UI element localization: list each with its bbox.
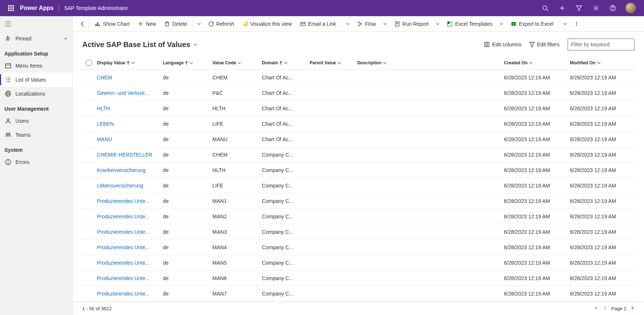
next-page-button[interactable] xyxy=(630,306,634,311)
table-row[interactable]: Produzierendes Unte... de MAN1 Company C… xyxy=(81,193,636,209)
cmd-label: Flow xyxy=(365,21,376,27)
export-excel-button[interactable]: X Export to Excel xyxy=(507,16,557,32)
visualize-button[interactable]: Visualize this view xyxy=(239,16,296,32)
col-description[interactable]: Description xyxy=(357,60,504,65)
excel-templates-button[interactable]: Excel Templates xyxy=(443,16,496,32)
record-link[interactable]: Produzierendes Unte... xyxy=(97,229,149,235)
col-domain[interactable]: Domain xyxy=(262,60,310,65)
show-chart-button[interactable]: Show Chart xyxy=(91,16,133,32)
add-icon[interactable] xyxy=(554,0,571,16)
table-row[interactable]: HLTH de HLTH Chart Of Ac... 6/28/2023 12… xyxy=(81,101,636,116)
cell-modified-on: 6/28/2023 12:19 AM xyxy=(570,214,636,219)
table-row[interactable]: Produzierendes Unte... de MAN4 Company C… xyxy=(81,240,636,255)
cell-domain: Company C... xyxy=(262,244,310,250)
table-row[interactable]: MANU de MANU Chart Of Ac... 6/28/2023 12… xyxy=(81,132,636,147)
record-link[interactable]: Produzierendes Unte... xyxy=(97,275,149,281)
edit-filters-button[interactable]: Edit filters xyxy=(525,39,563,50)
record-link[interactable]: LEBEN xyxy=(97,121,114,127)
cell-created-on: 6/28/2023 12:19 AM xyxy=(504,75,570,80)
record-link[interactable]: CHEMIE-HERSTELLER xyxy=(97,152,152,158)
sort-up-icon xyxy=(127,61,130,65)
refresh-button[interactable]: Refresh xyxy=(205,16,238,32)
col-display-value[interactable]: Display Value xyxy=(97,60,163,65)
record-link[interactable]: Lebensversicherung xyxy=(97,183,143,189)
first-page-button[interactable] xyxy=(595,306,600,311)
table-row[interactable]: LEBEN de LIFE Chart Of Ac... 6/28/2023 1… xyxy=(81,116,636,132)
record-link[interactable]: Produzierendes Unte... xyxy=(97,244,149,250)
email-dropdown[interactable] xyxy=(343,22,352,26)
cell-domain: Company C... xyxy=(262,229,310,235)
table-row[interactable]: Produzierendes Unte... de MAN5 Company C… xyxy=(81,255,636,271)
nav-menu-items[interactable]: Menu Items xyxy=(0,59,72,73)
cell-domain: Company C... xyxy=(262,167,310,173)
col-value-code[interactable]: Value Code xyxy=(213,60,262,65)
filter-input[interactable] xyxy=(568,39,634,50)
select-all[interactable] xyxy=(81,60,97,66)
new-button[interactable]: New xyxy=(134,16,160,32)
delete-dropdown[interactable] xyxy=(194,22,204,26)
table-row[interactable]: Lebensversicherung de LIFE Company C... … xyxy=(81,178,636,193)
export-dropdown[interactable] xyxy=(560,22,570,26)
cell-display-value: Produzierendes Unte... xyxy=(97,198,163,204)
nav-pinned[interactable]: Pinned xyxy=(0,32,72,46)
record-link[interactable]: Produzierendes Unte... xyxy=(97,198,149,204)
search-icon[interactable] xyxy=(537,0,554,16)
cell-modified-on: 6/28/2023 12:19 AM xyxy=(570,229,636,235)
excel-templates-dropdown[interactable] xyxy=(497,22,506,26)
more-commands-button[interactable] xyxy=(571,21,582,26)
hamburger-icon[interactable] xyxy=(0,16,72,32)
record-link[interactable]: MANU xyxy=(97,136,112,142)
table-row[interactable]: Produzierendes Unte... de MAN6 Company C… xyxy=(81,271,636,286)
flow-button[interactable]: Flow xyxy=(353,16,380,32)
record-link[interactable]: Krankenversicherung xyxy=(97,167,145,173)
filter-icon[interactable] xyxy=(571,0,587,16)
cell-modified-on: 6/28/2023 12:19 AM xyxy=(570,244,636,250)
svg-rect-3 xyxy=(8,7,10,9)
back-button[interactable] xyxy=(76,16,89,32)
cell-created-on: 6/28/2023 12:19 AM xyxy=(504,136,570,142)
top-header: Power Apps SAP Template Administrator xyxy=(0,0,644,16)
col-language[interactable]: Language xyxy=(163,60,213,65)
nav-users[interactable]: Users xyxy=(0,114,72,128)
table-row[interactable]: CHEMIE-HERSTELLER de CHEM Company C... 6… xyxy=(81,147,636,162)
cell-domain: Company C... xyxy=(262,198,310,204)
prev-page-button[interactable] xyxy=(603,306,608,311)
nav-list-of-values[interactable]: List of Values xyxy=(0,73,72,87)
report-dropdown[interactable] xyxy=(433,22,442,26)
help-icon[interactable] xyxy=(604,0,621,16)
record-link[interactable]: Produzierendes Unte... xyxy=(97,260,149,266)
view-title[interactable]: Active SAP Base List of Values xyxy=(82,40,198,49)
gear-icon[interactable] xyxy=(587,0,604,16)
plus-icon xyxy=(138,21,144,27)
env-label[interactable]: SAP Template Administrator xyxy=(64,5,128,11)
waffle-icon[interactable] xyxy=(4,5,18,11)
nav-errors[interactable]: Errors xyxy=(0,155,72,169)
table-row[interactable]: Gewinn- und Verlustr... de P&C Chart Of … xyxy=(81,85,636,101)
avatar[interactable] xyxy=(626,3,636,13)
record-link[interactable]: HLTH xyxy=(97,105,110,111)
table-row[interactable]: Produzierendes Unte... de MAN7 Company C… xyxy=(81,286,636,301)
flow-dropdown[interactable] xyxy=(380,22,390,26)
grid[interactable]: Display Value Language Value Code Domain… xyxy=(73,52,644,302)
nav-localizations[interactable]: Localizations xyxy=(0,87,72,101)
col-created-on[interactable]: Created On xyxy=(504,60,570,65)
record-link[interactable]: CHEM xyxy=(97,75,112,80)
svg-point-36 xyxy=(8,164,8,164)
record-link[interactable]: Produzierendes Unte... xyxy=(97,291,149,297)
nav-teams[interactable]: Teams xyxy=(0,128,72,142)
record-range: 1 - 50 of 3622 xyxy=(82,306,112,311)
delete-button[interactable]: Delete xyxy=(160,16,191,32)
run-report-button[interactable]: Run Report xyxy=(391,16,433,32)
table-row[interactable]: Produzierendes Unte... de MAN3 Company C… xyxy=(81,224,636,240)
table-row[interactable]: Krankenversicherung de HLTH Company C...… xyxy=(81,162,636,178)
edit-columns-button[interactable]: Edit columns xyxy=(480,39,525,50)
email-link-button[interactable]: Email a Link xyxy=(296,16,340,32)
col-parent-value[interactable]: Parent Value xyxy=(310,60,357,65)
record-link[interactable]: Gewinn- und Verlustr... xyxy=(97,90,149,96)
table-row[interactable]: CHEM de CHEM Chart Of Ac... 6/28/2023 12… xyxy=(81,70,636,85)
table-row[interactable]: Produzierendes Unte... de MAN2 Company C… xyxy=(81,209,636,224)
col-modified-on[interactable]: Modified On xyxy=(570,60,636,65)
record-link[interactable]: Produzierendes Unte... xyxy=(97,214,149,219)
email-icon xyxy=(300,21,306,27)
svg-rect-46 xyxy=(245,22,246,26)
